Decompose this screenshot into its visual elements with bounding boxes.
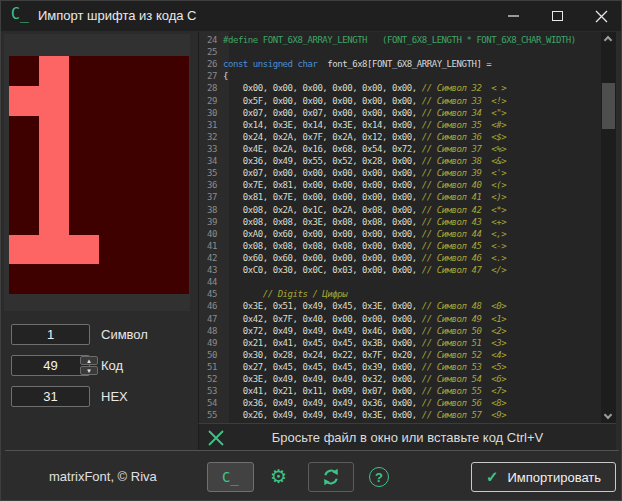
- help-icon: ?: [375, 470, 383, 485]
- glyph-pixel: [69, 205, 99, 235]
- minimize-icon: [508, 15, 519, 17]
- code-text: #define FONT_6X8_ARRAY_LENGTH (FONT_6X8_…: [223, 35, 576, 45]
- check-icon: ✓: [486, 468, 499, 486]
- line-number: 54: [199, 397, 223, 409]
- glyph-pixel: [69, 116, 99, 146]
- line-number: 24: [199, 34, 223, 46]
- code-line: 30 0x07, 0x00, 0x07, 0x00, 0x00, 0x00, /…: [199, 107, 601, 119]
- code-line: 33 0x4E, 0x2A, 0x16, 0x68, 0x54, 0x72, /…: [199, 143, 601, 155]
- glyph-pixel: [9, 235, 39, 265]
- code-text: 0x26, 0x49, 0x49, 0x49, 0x3E, 0x00, // С…: [223, 410, 506, 420]
- code-line: 52 0x3E, 0x49, 0x49, 0x49, 0x32, 0x00, /…: [199, 373, 601, 385]
- code-text: 0x27, 0x45, 0x45, 0x45, 0x39, 0x00, // С…: [223, 362, 506, 372]
- title-bar: C_ Импорт шрифта из кода C: [1, 1, 621, 31]
- spin-down-button[interactable]: ▼: [80, 366, 98, 375]
- line-number: 34: [199, 155, 223, 167]
- line-number: 42: [199, 252, 223, 264]
- glyph-pixel: [159, 116, 189, 146]
- maximize-icon: [552, 11, 563, 21]
- glyph-pixel: [159, 264, 189, 294]
- settings-button[interactable]: ⚙: [267, 465, 290, 488]
- code-line: 46 0x3E, 0x51, 0x49, 0x45, 0x3E, 0x00, /…: [199, 300, 601, 312]
- code-text: 0x21, 0x41, 0x45, 0x45, 0x3B, 0x00, // С…: [223, 338, 506, 348]
- symbol-input[interactable]: [11, 324, 90, 345]
- help-button[interactable]: ?: [369, 467, 389, 487]
- c-code-icon: C_: [222, 469, 239, 485]
- code-line: 48 0x72, 0x49, 0x49, 0x49, 0x46, 0x00, /…: [199, 325, 601, 337]
- close-button[interactable]: [579, 1, 622, 31]
- refresh-button[interactable]: [308, 462, 354, 492]
- code-line: 50 0x30, 0x28, 0x24, 0x22, 0x7F, 0x20, /…: [199, 349, 601, 361]
- line-number: 49: [199, 337, 223, 349]
- glyph-pixel: [9, 116, 39, 146]
- glyph-pixel: [129, 56, 159, 86]
- code-line: 45 // Digits / Цифры: [199, 288, 601, 300]
- c-code-button[interactable]: C_: [207, 462, 254, 492]
- code-line: 37 0x81, 0x7E, 0x00, 0x00, 0x00, 0x00, /…: [199, 191, 601, 203]
- glyph-pixel: [99, 145, 129, 175]
- glyph-pixel: [99, 205, 129, 235]
- code-text: 0x5F, 0x00, 0x00, 0x00, 0x00, 0x00, // С…: [223, 96, 506, 106]
- line-number: 43: [199, 264, 223, 276]
- code-text: 0x3E, 0x51, 0x49, 0x45, 0x3E, 0x00, // С…: [223, 301, 506, 311]
- code-line: 51 0x27, 0x45, 0x45, 0x45, 0x39, 0x00, /…: [199, 361, 601, 373]
- code-text: 0x7E, 0x81, 0x00, 0x00, 0x00, 0x00, // С…: [223, 180, 506, 190]
- code-text: 0x36, 0x49, 0x55, 0x52, 0x28, 0x00, // С…: [223, 156, 506, 166]
- glyph-preview-grid: [9, 56, 189, 294]
- glyph-pixel: [39, 235, 69, 265]
- code-line: 47 0x42, 0x7F, 0x40, 0x00, 0x00, 0x00, /…: [199, 313, 601, 325]
- gear-icon: ⚙: [270, 465, 287, 488]
- glyph-pixel: [9, 264, 39, 294]
- code-line: 38 0x08, 0x2A, 0x1C, 0x2A, 0x08, 0x00, /…: [199, 204, 601, 216]
- glyph-pixel: [99, 264, 129, 294]
- maximize-button[interactable]: [535, 1, 579, 31]
- code-text: 0x14, 0x3E, 0x14, 0x3E, 0x14, 0x00, // С…: [223, 120, 506, 130]
- code-text: 0xA0, 0x60, 0x00, 0x00, 0x00, 0x00, // С…: [223, 229, 506, 239]
- editor-scrollbar[interactable]: [601, 32, 616, 423]
- line-number: 25: [199, 46, 223, 58]
- minimize-button[interactable]: [491, 1, 535, 31]
- glyph-pixel: [129, 235, 159, 265]
- code-input[interactable]: [11, 355, 90, 376]
- code-line: 39 0x08, 0x08, 0x3E, 0x08, 0x08, 0x00, /…: [199, 216, 601, 228]
- line-number: 32: [199, 131, 223, 143]
- glyph-pixel: [69, 56, 99, 86]
- code-line: 32 0x24, 0x2A, 0x7F, 0x2A, 0x12, 0x00, /…: [199, 131, 601, 143]
- glyph-pixel: [39, 175, 69, 205]
- line-number: 44: [199, 276, 223, 288]
- hex-input[interactable]: [11, 386, 90, 407]
- code-label: Код: [101, 355, 123, 376]
- glyph-pixel: [159, 175, 189, 205]
- spin-up-icon: ▲: [86, 358, 92, 364]
- code-editor[interactable]: 24#define FONT_6X8_ARRAY_LENGTH (FONT_6X…: [198, 32, 601, 423]
- line-number: 41: [199, 240, 223, 252]
- code-line: 36 0x7E, 0x81, 0x00, 0x00, 0x00, 0x00, /…: [199, 179, 601, 191]
- line-number: 45: [199, 288, 223, 300]
- code-line: 28 0x00, 0x00, 0x00, 0x00, 0x00, 0x00, /…: [199, 82, 601, 94]
- code-line: 44: [199, 276, 601, 288]
- glyph-pixel: [99, 56, 129, 86]
- scrollbar-thumb[interactable]: [602, 83, 615, 129]
- code-line: 55 0x26, 0x49, 0x49, 0x49, 0x3E, 0x00, /…: [199, 409, 601, 421]
- spin-up-button[interactable]: ▲: [80, 356, 98, 365]
- code-text: 0x07, 0x00, 0x07, 0x00, 0x00, 0x00, // С…: [223, 108, 506, 118]
- glyph-pixel: [69, 175, 99, 205]
- window-title: Импорт шрифта из кода C: [38, 8, 196, 23]
- drop-zone[interactable]: Бросьте файл в окно или вставьте код Ctr…: [198, 423, 616, 451]
- glyph-pixel: [39, 264, 69, 294]
- code-line: 24#define FONT_6X8_ARRAY_LENGTH (FONT_6X…: [199, 34, 601, 46]
- code-text: 0x72, 0x49, 0x49, 0x49, 0x46, 0x00, // С…: [223, 326, 506, 336]
- glyph-pixel: [9, 145, 39, 175]
- line-number: 48: [199, 325, 223, 337]
- code-line: 29 0x5F, 0x00, 0x00, 0x00, 0x00, 0x00, /…: [199, 95, 601, 107]
- scroll-down-icon[interactable]: [604, 411, 612, 419]
- code-text: 0x60, 0x60, 0x00, 0x00, 0x00, 0x00, // С…: [223, 253, 506, 263]
- line-number: 30: [199, 107, 223, 119]
- scroll-up-icon[interactable]: [604, 36, 612, 44]
- import-button[interactable]: ✓ Импортировать: [471, 462, 616, 492]
- footer-bar: matrixFont, © Riva C_ ⚙ ? ✓ Импортироват…: [1, 451, 622, 501]
- app-logo-icon: C_: [11, 5, 29, 23]
- code-text: 0x24, 0x2A, 0x7F, 0x2A, 0x12, 0x00, // С…: [223, 132, 506, 142]
- line-number: 47: [199, 313, 223, 325]
- glyph-pixel: [9, 56, 39, 86]
